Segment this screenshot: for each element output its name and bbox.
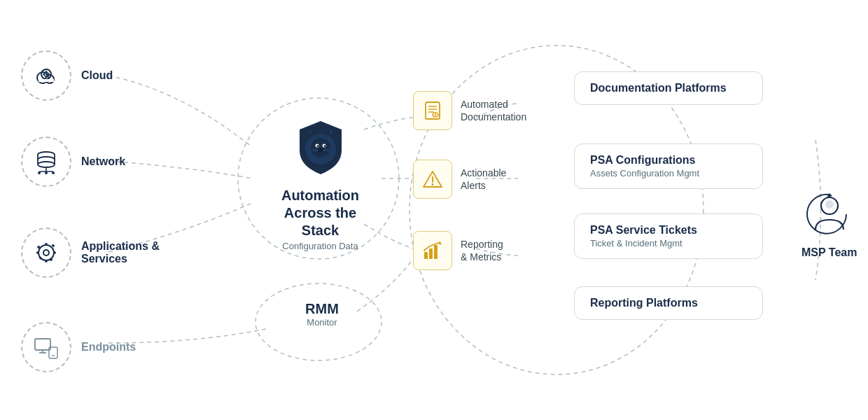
right-box-psa-tickets: PSA Service Tickets Ticket & Incident Mg… [574, 214, 763, 259]
svg-point-51 [316, 145, 318, 147]
svg-point-48 [311, 138, 330, 158]
left-item-network: Network [21, 136, 125, 187]
network-icon [31, 146, 62, 177]
diagram-container: Cloud Network [0, 0, 868, 420]
svg-rect-34 [50, 258, 53, 262]
rmm-title: RMM [273, 301, 371, 317]
endpoints-icon [31, 332, 62, 363]
apps-icon [31, 237, 62, 268]
psa-tickets-sub: Ticket & Incident Mgmt [590, 238, 747, 248]
right-box-doc-platforms: Documentation Platforms [574, 71, 763, 105]
svg-rect-68 [429, 248, 433, 259]
apps-label: Applications & Services [81, 240, 160, 265]
network-icon-circle [21, 136, 71, 187]
auto-doc-label: Automated Documentation [461, 98, 526, 123]
svg-point-53 [318, 148, 323, 151]
msp-team: MSP Team [802, 189, 857, 259]
rmm-box: RMM Monitor [273, 301, 371, 328]
cloud-icon [31, 61, 61, 90]
svg-point-72 [825, 200, 834, 209]
svg-rect-31 [36, 252, 39, 254]
auto-doc-icon-box [413, 91, 452, 130]
reporting-icon [421, 239, 444, 262]
reporting-platforms-title: Reporting Platforms [590, 297, 747, 309]
auto-doc-icon [421, 99, 444, 122]
svg-rect-37 [35, 339, 50, 350]
svg-rect-6 [38, 79, 54, 82]
mid-item-reporting: Reporting & Metrics [413, 231, 503, 270]
alerts-icon-box [413, 160, 452, 199]
msp-team-icon [804, 189, 855, 239]
endpoints-label: Endpoints [81, 341, 136, 354]
svg-rect-29 [46, 243, 48, 246]
reporting-icon-box [413, 231, 452, 270]
right-box-reporting-platforms: Reporting Platforms [574, 286, 763, 320]
psa-config-title: PSA Configurations [590, 154, 747, 167]
svg-point-52 [323, 145, 326, 147]
reporting-label: Reporting & Metrics [461, 238, 503, 263]
left-item-cloud: Cloud [21, 50, 113, 101]
hub-title: Automation Across the Stack [270, 187, 371, 239]
apps-icon-circle [21, 227, 71, 278]
svg-point-24 [38, 172, 41, 174]
hub-subtitle: Configuration Data [270, 241, 371, 251]
svg-rect-32 [53, 252, 56, 254]
alerts-label: Actionable Alerts [461, 167, 506, 192]
svg-rect-67 [424, 252, 428, 259]
svg-point-66 [432, 183, 434, 186]
svg-rect-69 [434, 245, 438, 259]
svg-point-26 [52, 172, 55, 174]
network-label: Network [81, 155, 125, 168]
svg-point-25 [45, 172, 48, 174]
alerts-icon [421, 168, 444, 190]
left-item-endpoints: Endpoints [21, 322, 136, 372]
msp-label: MSP Team [802, 246, 857, 259]
left-item-apps: Applications & Services [21, 227, 160, 278]
svg-rect-30 [46, 260, 48, 262]
endpoints-icon-circle [21, 322, 71, 372]
right-box-psa-config: PSA Configurations Assets Configuration … [574, 144, 763, 189]
mid-item-alerts: Actionable Alerts [413, 160, 506, 199]
psa-tickets-title: PSA Service Tickets [590, 224, 747, 237]
cloud-label: Cloud [81, 69, 113, 82]
svg-point-63 [435, 114, 437, 116]
lion-icon [289, 115, 352, 178]
svg-point-8 [46, 74, 47, 75]
psa-config-sub: Assets Configuration Mgmt [590, 168, 747, 178]
rmm-subtitle: Monitor [273, 317, 371, 328]
doc-platforms-title: Documentation Platforms [590, 82, 747, 94]
svg-point-28 [43, 250, 49, 255]
cloud-icon-circle [21, 50, 71, 101]
mid-item-auto-doc: Automated Documentation [413, 91, 526, 130]
center-hub: Automation Across the Stack Configuratio… [270, 115, 371, 251]
